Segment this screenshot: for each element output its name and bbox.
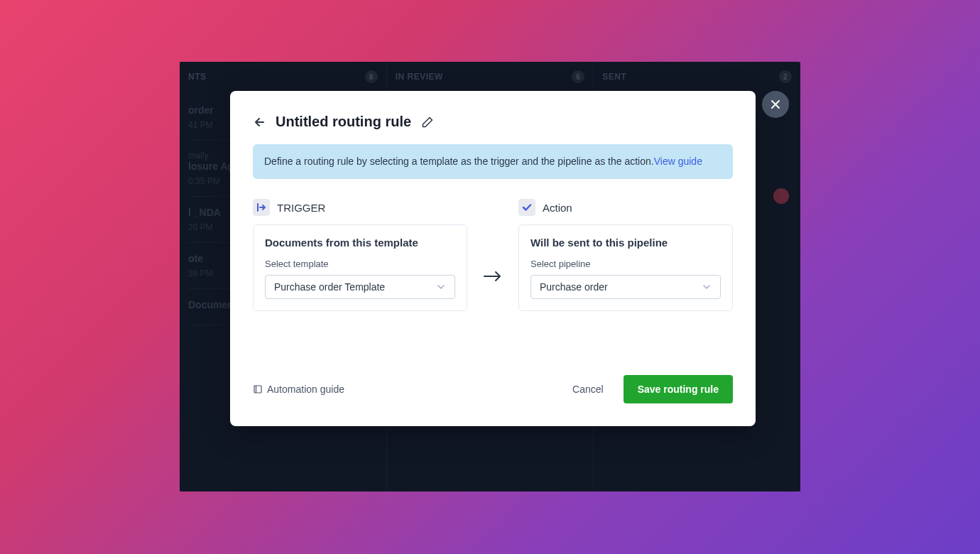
back-button[interactable]	[253, 115, 267, 129]
modal-title: Untitled routing rule	[276, 114, 411, 130]
trigger-card-title: Documents from this template	[265, 237, 455, 249]
chevron-down-icon	[702, 282, 712, 292]
action-card-title: Will be sent to this pipeline	[530, 237, 721, 249]
section-header: TRIGGER	[253, 199, 467, 216]
footer-right: Cancel Save routing rule	[564, 375, 733, 403]
template-field-label: Select template	[265, 259, 455, 269]
modal-header: Untitled routing rule	[253, 114, 733, 130]
trigger-icon	[253, 199, 270, 216]
trigger-card: Documents from this template Select temp…	[253, 224, 467, 311]
chevron-down-icon	[436, 282, 446, 292]
action-card: Will be sent to this pipeline Select pip…	[518, 224, 733, 311]
modal-footer: Automation guide Cancel Save routing rul…	[253, 375, 733, 403]
banner-text: Define a routing rule by selecting a tem…	[264, 156, 654, 167]
action-section: Action Will be sent to this pipeline Sel…	[518, 199, 733, 311]
pipeline-select[interactable]: Purchase order	[530, 275, 721, 299]
arrow-right-icon	[483, 269, 503, 283]
book-icon	[253, 384, 263, 394]
info-banner: Define a routing rule by selecting a tem…	[253, 144, 733, 179]
footer-left: Automation guide	[253, 384, 344, 395]
action-icon	[518, 199, 535, 216]
arrow-left-icon	[253, 115, 267, 129]
section-header: Action	[518, 199, 733, 216]
pipeline-select-value: Purchase order	[540, 281, 608, 293]
pipeline-field-label: Select pipeline	[530, 259, 721, 269]
routing-rule-modal: Untitled routing rule Define a routing r…	[230, 91, 756, 426]
arrow-connector	[479, 199, 507, 311]
svg-rect-0	[254, 386, 261, 393]
automation-guide-link[interactable]: Automation guide	[253, 384, 344, 395]
cancel-button[interactable]: Cancel	[564, 376, 612, 402]
view-guide-link[interactable]: View guide	[654, 156, 702, 167]
edit-title-button[interactable]	[420, 114, 435, 130]
template-select-value: Purchase order Template	[274, 281, 385, 293]
trigger-label: TRIGGER	[277, 202, 325, 214]
guide-link-text: Automation guide	[267, 384, 344, 395]
action-label: Action	[543, 202, 572, 214]
close-icon	[770, 99, 781, 110]
close-button[interactable]	[762, 91, 789, 118]
trigger-section: TRIGGER Documents from this template Sel…	[253, 199, 467, 311]
save-routing-rule-button[interactable]: Save routing rule	[624, 375, 733, 403]
rule-sections: TRIGGER Documents from this template Sel…	[253, 199, 733, 311]
pencil-icon	[421, 116, 434, 129]
template-select[interactable]: Purchase order Template	[265, 275, 455, 299]
